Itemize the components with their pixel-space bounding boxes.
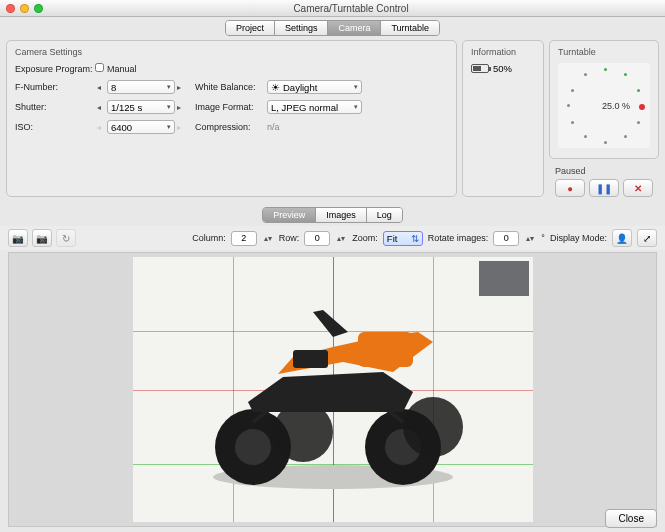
- chevron-down-icon: ▾: [354, 83, 358, 91]
- top-tabs: Project Settings Camera Turntable: [0, 20, 665, 36]
- white-balance-label: White Balance:: [195, 82, 267, 92]
- image-format-label: Image Format:: [195, 102, 267, 112]
- minimize-window-icon[interactable]: [20, 4, 29, 13]
- shutter-prev-icon[interactable]: ◂: [95, 103, 107, 112]
- zoom-window-icon[interactable]: [34, 4, 43, 13]
- turntable-title: Turntable: [558, 47, 650, 57]
- display-mode-button[interactable]: 👤: [612, 229, 632, 247]
- turntable-percent: 25.0 %: [602, 101, 630, 111]
- iso-next-icon[interactable]: ▸: [175, 123, 195, 132]
- camera-icon: 📷: [12, 233, 24, 244]
- shutter-next-icon[interactable]: ▸: [175, 103, 195, 112]
- chevron-down-icon: ▾: [354, 103, 358, 111]
- rotate-label: Rotate images:: [428, 233, 489, 243]
- display-mode-label: Display Mode:: [550, 233, 607, 243]
- zoom-label: Zoom:: [352, 233, 378, 243]
- stepper-icon[interactable]: ▴▾: [524, 234, 536, 243]
- pause-button[interactable]: ❚❚: [589, 179, 619, 197]
- vehicle-illustration: [183, 302, 483, 502]
- expand-button[interactable]: ⤢: [637, 229, 657, 247]
- turntable-group: Turntable 25.0 %: [549, 40, 659, 159]
- tab-turntable[interactable]: Turntable: [381, 21, 439, 35]
- window-title: Camera/Turntable Control: [43, 3, 659, 14]
- record-icon: ●: [567, 183, 573, 194]
- image-format-value: L, JPEG normal: [271, 102, 338, 113]
- iso-select[interactable]: 6400▾: [107, 120, 175, 134]
- iso-label: ISO:: [15, 122, 95, 132]
- turntable-view: 25.0 %: [558, 63, 650, 148]
- stop-button[interactable]: ✕: [623, 179, 653, 197]
- row-input[interactable]: [304, 231, 330, 246]
- preview-photo[interactable]: [133, 257, 533, 522]
- f-number-prev-icon[interactable]: ◂: [95, 83, 107, 92]
- exposure-program-value: Manual: [107, 64, 175, 74]
- preview-area: [8, 252, 657, 527]
- compression-value: n/a: [267, 122, 367, 132]
- person-icon: 👤: [616, 233, 628, 244]
- window-controls: [6, 4, 43, 13]
- row-label: Row:: [279, 233, 300, 243]
- titlebar: Camera/Turntable Control: [0, 0, 665, 17]
- column-label: Column:: [192, 233, 226, 243]
- camera-settings-title: Camera Settings: [15, 47, 448, 57]
- mid-tabs: Preview Images Log: [0, 207, 665, 223]
- record-button[interactable]: ●: [555, 179, 585, 197]
- chevron-down-icon: ▾: [167, 103, 171, 111]
- zoom-value: Fit: [387, 233, 398, 244]
- tab-camera[interactable]: Camera: [328, 21, 381, 35]
- pause-icon: ❚❚: [596, 183, 612, 194]
- stepper-icon[interactable]: ▴▾: [335, 234, 347, 243]
- exposure-program-checkbox[interactable]: [95, 63, 104, 72]
- tab-log[interactable]: Log: [367, 208, 402, 222]
- f-number-label: F-Number:: [15, 82, 95, 92]
- close-button[interactable]: Close: [605, 509, 657, 528]
- iso-value: 6400: [111, 122, 132, 133]
- column-input[interactable]: [231, 231, 257, 246]
- svg-point-2: [235, 429, 271, 465]
- camera-button[interactable]: 📷: [8, 229, 28, 247]
- shutter-select[interactable]: 1/125 s▾: [107, 100, 175, 114]
- tab-project[interactable]: Project: [226, 21, 275, 35]
- stepper-icon[interactable]: ▴▾: [262, 234, 274, 243]
- svg-rect-7: [358, 332, 413, 367]
- preview-toolbar: 📷 📷 ↻ Column: ▴▾ Row: ▴▾ Zoom: Fit⇅ Rota…: [0, 226, 665, 250]
- sync-icon: ↻: [62, 233, 70, 244]
- iso-prev-icon[interactable]: ◂: [95, 123, 107, 132]
- zoom-select[interactable]: Fit⇅: [383, 231, 423, 246]
- footer: Close: [605, 509, 657, 528]
- information-group: Information 50%: [462, 40, 544, 197]
- rotate-input[interactable]: [493, 231, 519, 246]
- sync-button[interactable]: ↻: [56, 229, 76, 247]
- expand-icon: ⤢: [643, 233, 651, 244]
- preview-overlay: [479, 261, 529, 296]
- close-window-icon[interactable]: [6, 4, 15, 13]
- f-number-select[interactable]: 8▾: [107, 80, 175, 94]
- compression-label: Compression:: [195, 122, 267, 132]
- rotate-unit: °: [541, 233, 545, 243]
- battery-value: 50%: [493, 63, 512, 74]
- white-balance-select[interactable]: ☀Daylight▾: [267, 80, 362, 94]
- shutter-label: Shutter:: [15, 102, 95, 112]
- camera-alt-button[interactable]: 📷: [32, 229, 52, 247]
- stop-icon: ✕: [634, 183, 642, 194]
- tab-images[interactable]: Images: [316, 208, 367, 222]
- chevron-updown-icon: ⇅: [411, 233, 419, 244]
- tab-preview[interactable]: Preview: [263, 208, 316, 222]
- f-number-value: 8: [111, 82, 116, 93]
- chevron-down-icon: ▾: [167, 123, 171, 131]
- svg-rect-8: [293, 350, 328, 368]
- f-number-next-icon[interactable]: ▸: [175, 83, 195, 92]
- shutter-value: 1/125 s: [111, 102, 142, 113]
- turntable-status: Paused: [555, 166, 653, 176]
- camera-settings-group: Camera Settings Exposure Program: Manual…: [6, 40, 457, 197]
- chevron-down-icon: ▾: [167, 83, 171, 91]
- camera-alt-icon: 📷: [36, 233, 48, 244]
- svg-point-6: [403, 397, 463, 457]
- tab-settings[interactable]: Settings: [275, 21, 329, 35]
- image-format-select[interactable]: L, JPEG normal▾: [267, 100, 362, 114]
- exposure-program-label: Exposure Program:: [15, 64, 95, 74]
- battery-icon: [471, 64, 489, 73]
- white-balance-value: Daylight: [283, 82, 317, 93]
- information-title: Information: [471, 47, 535, 57]
